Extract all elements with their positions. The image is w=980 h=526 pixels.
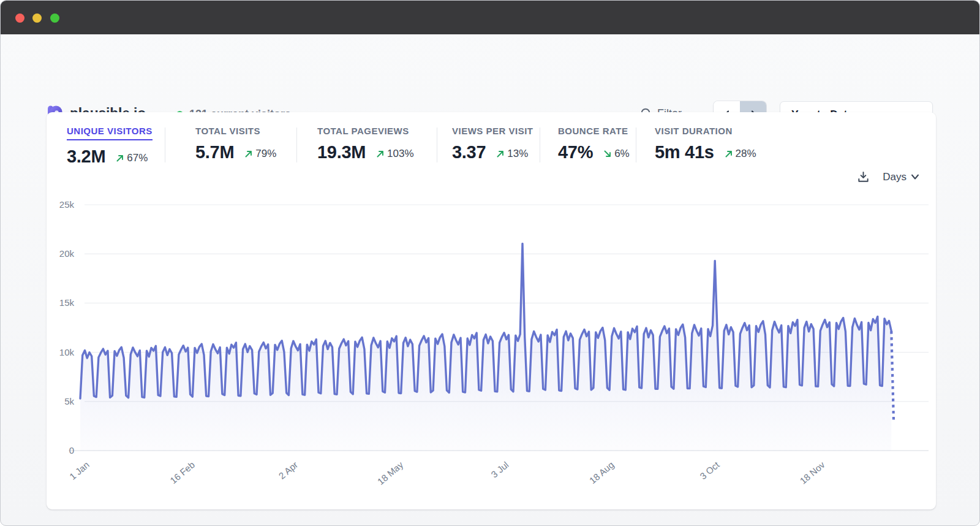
download-export-button[interactable]	[856, 170, 870, 184]
svg-text:1 Jan: 1 Jan	[67, 459, 91, 482]
stat-value: 5.7M	[195, 142, 234, 162]
stat-change-value: 28%	[736, 148, 756, 160]
titlebar	[1, 1, 979, 34]
stat-label: TOTAL PAGEVIEWS	[317, 126, 414, 136]
stat-value: 3.37	[452, 142, 486, 162]
stat-label: TOTAL VISITS	[195, 126, 276, 136]
stat-label: VIEWS PER VISIT	[452, 126, 533, 136]
dashboard-header: plausible.io 121 current visitors Filter	[1, 34, 979, 112]
trend-up-icon	[725, 150, 733, 158]
trend-up-icon	[376, 150, 385, 158]
svg-text:5k: 5k	[64, 396, 74, 406]
svg-text:0: 0	[69, 445, 74, 455]
stat-change-value: 13%	[507, 148, 528, 160]
stat-bounce-rate[interactable]: BOUNCE RATE 47% 6%	[558, 126, 630, 162]
stat-change-value: 6%	[614, 148, 630, 160]
stat-label: BOUNCE RATE	[558, 126, 630, 136]
dashboard-card: UNIQUE VISITORS 3.2M 67% TOTAL VISITS 5.…	[47, 112, 936, 509]
stat-value: 19.3M	[317, 142, 366, 162]
stat-change-value: 67%	[127, 152, 148, 164]
stat-views-per-visit[interactable]: VIEWS PER VISIT 3.37 13%	[452, 126, 533, 162]
trend-up-icon	[116, 154, 124, 162]
svg-text:3 Oct: 3 Oct	[698, 459, 722, 482]
svg-text:10k: 10k	[59, 347, 75, 357]
download-icon	[856, 170, 870, 184]
svg-text:18 Nov: 18 Nov	[797, 459, 827, 486]
svg-text:15k: 15k	[59, 297, 75, 308]
svg-text:18 Aug: 18 Aug	[587, 459, 616, 486]
stat-total-pageviews[interactable]: TOTAL PAGEVIEWS 19.3M 103%	[317, 126, 414, 162]
close-window-button[interactable]	[15, 13, 24, 23]
interval-value: Days	[883, 171, 907, 183]
svg-text:20k: 20k	[59, 248, 75, 259]
stat-label: UNIQUE VISITORS	[67, 126, 153, 140]
stat-divider	[165, 128, 165, 162]
svg-text:16 Feb: 16 Feb	[168, 459, 197, 486]
svg-text:3 Jul: 3 Jul	[489, 459, 510, 479]
stat-value: 5m 41s	[655, 142, 714, 162]
stat-unique-visitors[interactable]: UNIQUE VISITORS 3.2M 67%	[67, 126, 153, 167]
stat-value: 3.2M	[67, 147, 105, 167]
trend-up-icon	[244, 150, 253, 158]
chart-controls: Days	[856, 170, 919, 184]
stat-total-visits[interactable]: TOTAL VISITS 5.7M 79%	[195, 126, 276, 162]
stat-change-value: 103%	[387, 148, 413, 160]
svg-text:25k: 25k	[59, 199, 75, 210]
zoom-window-button[interactable]	[50, 13, 59, 23]
app-window: plausible.io 121 current visitors Filter	[0, 0, 980, 526]
stat-label: VISIT DURATION	[655, 126, 756, 136]
stat-change-value: 79%	[255, 148, 276, 160]
stats-row: UNIQUE VISITORS 3.2M 67% TOTAL VISITS 5.…	[47, 112, 936, 173]
svg-text:2 Apr: 2 Apr	[277, 459, 300, 481]
stat-divider	[540, 128, 540, 162]
svg-text:18 May: 18 May	[375, 459, 405, 487]
stat-visit-duration[interactable]: VISIT DURATION 5m 41s 28%	[655, 126, 756, 162]
visitors-line-chart[interactable]: 25k20k15k10k5k01 Jan16 Feb2 Apr18 May3 J…	[56, 185, 933, 505]
interval-select[interactable]: Days	[883, 171, 919, 183]
trend-down-icon	[603, 150, 612, 158]
chevron-down-icon	[911, 173, 919, 180]
trend-up-icon	[496, 150, 505, 158]
stat-divider	[636, 128, 636, 162]
minimize-window-button[interactable]	[32, 13, 42, 23]
stat-divider	[296, 128, 297, 162]
stat-divider	[437, 128, 437, 162]
stat-value: 47%	[558, 142, 593, 162]
